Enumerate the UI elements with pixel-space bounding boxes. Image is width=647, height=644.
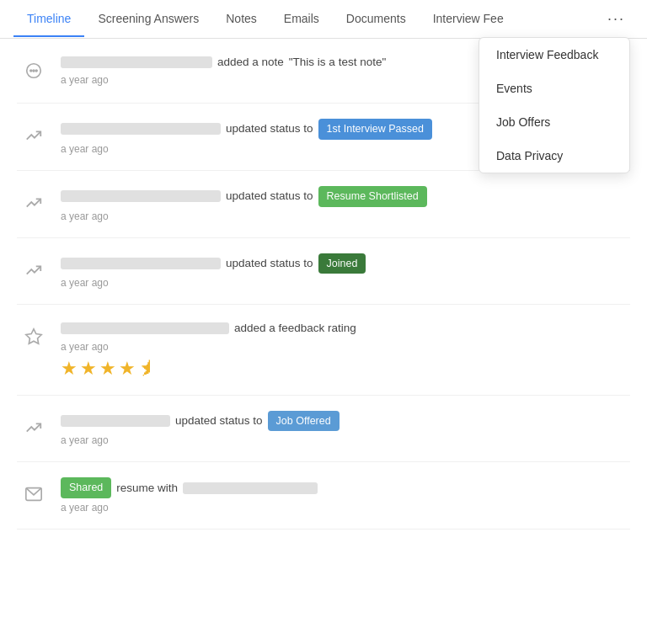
dropdown-item-events[interactable]: Events <box>479 72 629 105</box>
timeline-text: updated status to Resume Shortlisted <box>61 186 630 207</box>
timeline-item: updated status to Resume Shortlisteda ye… <box>17 171 630 238</box>
star-half: ⯨ <box>138 358 157 380</box>
star-filled: ★ <box>119 358 136 380</box>
star-filled: ★ <box>80 358 97 380</box>
dropdown-menu: Interview FeedbackEventsJob OffersData P… <box>479 37 630 173</box>
timeline-text: updated status to Job Offered <box>61 411 630 432</box>
more-tabs-button[interactable]: ··· <box>599 0 634 38</box>
timeline-content: updated status to Job Offereda year ago <box>61 411 630 447</box>
svg-point-1 <box>30 70 32 72</box>
user-name-blur <box>61 123 221 135</box>
action-text: updated status to <box>226 120 313 137</box>
timestamp: a year ago <box>61 341 630 353</box>
timeline-text: Shared resume with <box>61 477 630 498</box>
tab-interview-fee[interactable]: Interview Fee <box>420 2 517 37</box>
status-badge: Resume Shortlisted <box>318 186 427 207</box>
timeline-content: Shared resume with a year ago <box>61 477 630 514</box>
status-badge: Joined <box>318 253 366 274</box>
svg-marker-4 <box>26 329 41 343</box>
tab-documents[interactable]: Documents <box>333 2 420 37</box>
timestamp: a year ago <box>61 502 630 514</box>
timeline-item: updated status to Job Offereda year ago <box>17 396 630 463</box>
dropdown-item-interview-feedback[interactable]: Interview Feedback <box>479 38 629 72</box>
user-name-blur <box>61 415 170 427</box>
shared-badge: Shared <box>61 477 111 498</box>
star-filled: ★ <box>61 358 78 380</box>
timeline-content: updated status to Resume Shortlisteda ye… <box>61 186 630 222</box>
star-icon <box>17 320 51 354</box>
trend-icon <box>17 253 51 287</box>
timestamp: a year ago <box>61 210 630 222</box>
tab-timeline[interactable]: Timeline <box>13 2 84 37</box>
resume-with-text: resume with <box>116 480 178 497</box>
status-badge: Job Offered <box>268 411 340 432</box>
tab-screening-answers[interactable]: Screening Answers <box>84 2 212 37</box>
timeline-item: updated status to Joineda year ago <box>17 238 630 306</box>
timestamp: a year ago <box>61 277 630 289</box>
timeline-text: updated status to Joined <box>61 253 630 274</box>
action-text: updated status to <box>175 412 263 429</box>
tab-notes[interactable]: Notes <box>212 2 270 37</box>
timeline-text: added a feedback rating <box>61 320 630 337</box>
trend-icon <box>17 186 51 220</box>
action-text: updated status to <box>226 188 313 205</box>
dropdown-item-data-privacy[interactable]: Data Privacy <box>479 139 629 173</box>
quote-text: "This is a test note" <box>289 54 386 71</box>
status-badge: 1st Interview Passed <box>318 119 432 140</box>
svg-point-2 <box>33 70 35 72</box>
chat-icon <box>17 54 51 88</box>
tab-bar: TimelineScreening AnswersNotesEmailsDocu… <box>0 0 647 39</box>
svg-point-3 <box>35 70 37 72</box>
user-name-blur <box>61 190 221 202</box>
user-name-blur <box>61 258 221 269</box>
star-filled: ★ <box>99 358 116 380</box>
mail-icon <box>17 477 51 511</box>
dropdown-item-job-offers[interactable]: Job Offers <box>479 105 629 139</box>
timeline-content: updated status to Joineda year ago <box>61 253 630 290</box>
action-text: added a note <box>217 54 284 71</box>
user-name-blur <box>61 56 212 68</box>
trend-icon <box>17 411 51 444</box>
action-text: updated status to <box>226 255 313 272</box>
trend-icon <box>17 119 51 152</box>
timeline-content: added a feedback rating a year ago★★★★⯨ <box>61 320 630 379</box>
timeline-item: Shared resume with a year ago <box>17 462 630 530</box>
timestamp: a year ago <box>61 434 630 446</box>
star-rating: ★★★★⯨ <box>61 358 630 380</box>
user-name-blur <box>61 322 229 334</box>
recipient-name-blur <box>183 482 318 494</box>
tab-emails[interactable]: Emails <box>270 2 333 37</box>
action-text: added a feedback rating <box>234 320 356 337</box>
timeline-item: added a feedback rating a year ago★★★★⯨ <box>17 305 630 395</box>
